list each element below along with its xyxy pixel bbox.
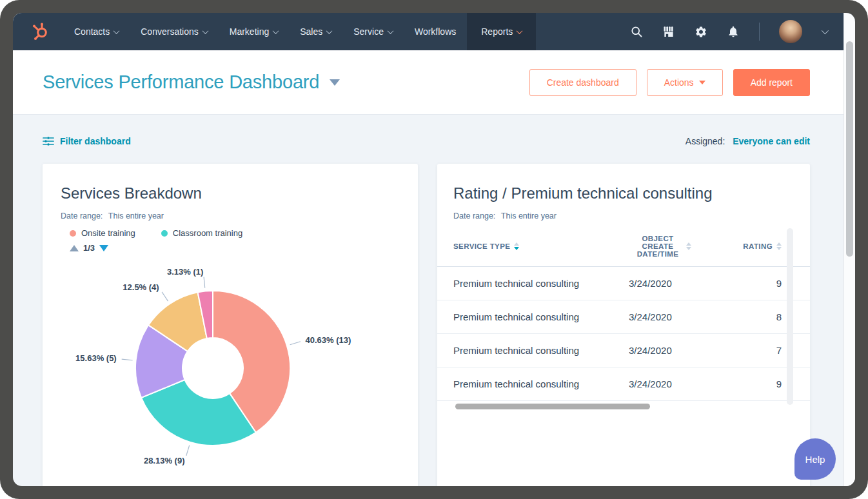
nav-item-reports[interactable]: Reports	[467, 13, 536, 50]
services-breakdown-card: Services Breakdown Date range: This enti…	[43, 164, 418, 486]
legend-page-up-icon[interactable]	[70, 245, 79, 251]
chevron-down-icon	[387, 28, 393, 34]
column-header-label: RATING	[743, 242, 773, 250]
page-scrollbar	[843, 13, 855, 486]
slice-connector	[290, 342, 301, 345]
date-range-value: This entire year	[501, 211, 557, 220]
chart-legend: Onsite training Classroom training	[61, 228, 400, 238]
date-range-label: Date range:	[453, 211, 495, 220]
column-header-service-type[interactable]: SERVICE TYPE	[453, 242, 614, 250]
hubspot-logo[interactable]	[30, 13, 50, 50]
chevron-down-icon	[326, 28, 333, 34]
legend-dot	[161, 230, 168, 237]
date-range-value: This entire year	[108, 211, 164, 220]
nav-item-service[interactable]: Service	[342, 13, 404, 50]
table-header-row: SERVICE TYPE OBJECT CREATE DATE/TIME RAT…	[437, 226, 810, 267]
slice-connector	[204, 277, 205, 288]
header-buttons: Create dashboard Actions Add report	[529, 69, 810, 96]
page-scrollbar-thumb[interactable]	[846, 41, 853, 257]
services-breakdown-donut-chart[interactable]: 40.63% (13)28.13% (9)15.63% (5)12.5% (4)…	[61, 257, 400, 486]
column-header-rating[interactable]: RATING	[711, 242, 782, 250]
table-vertical-scrollbar[interactable]	[787, 228, 793, 405]
cell-service-type: Premium technical consulting	[453, 378, 614, 389]
legend-page-indicator: 1/3	[83, 243, 95, 253]
create-dashboard-button[interactable]: Create dashboard	[529, 69, 636, 96]
donut-chart-area: 40.63% (13)28.13% (9)15.63% (5)12.5% (4)…	[61, 257, 400, 486]
chevron-down-icon	[273, 28, 279, 34]
cell-create-date: 3/24/2020	[614, 278, 711, 289]
filter-dashboard-label: Filter dashboard	[60, 136, 131, 146]
app-screen: Contacts Conversations Marketing Sales S…	[13, 13, 855, 486]
sort-icons[interactable]	[514, 242, 519, 250]
legend-label: Onsite training	[81, 228, 135, 238]
column-header-label: OBJECT CREATE DATE/TIME	[633, 235, 682, 258]
slice-label: 3.13% (1)	[167, 267, 203, 277]
legend-dot	[70, 230, 76, 237]
user-avatar[interactable]	[779, 20, 802, 43]
marketplace-icon[interactable]	[662, 25, 675, 38]
chevron-down-icon	[517, 28, 523, 34]
chevron-down-icon	[202, 28, 208, 34]
button-label: Add report	[751, 77, 793, 88]
column-header-object-create-datetime[interactable]: OBJECT CREATE DATE/TIME	[614, 235, 711, 258]
caret-down-icon	[699, 81, 705, 84]
nav-item-workflows[interactable]: Workflows	[404, 13, 467, 50]
sort-asc-icon	[514, 242, 519, 246]
nav-right	[630, 13, 827, 50]
rating-table: SERVICE TYPE OBJECT CREATE DATE/TIME RAT…	[437, 226, 810, 411]
dashboard-toolbar: Filter dashboard Assigned: Everyone can …	[43, 134, 810, 148]
cell-create-date: 3/24/2020	[614, 345, 711, 356]
cell-rating: 8	[711, 311, 782, 322]
assigned-value-link[interactable]: Everyone can edit	[733, 136, 810, 146]
window-frame: Contacts Conversations Marketing Sales S…	[0, 0, 868, 499]
top-nav: Contacts Conversations Marketing Sales S…	[13, 13, 855, 50]
settings-icon[interactable]	[695, 25, 707, 38]
button-label: Actions	[664, 77, 694, 88]
table-row[interactable]: Premium technical consulting 3/24/2020 9	[437, 267, 810, 300]
card-title: Services Breakdown	[61, 184, 400, 202]
nav-item-label: Reports	[481, 26, 513, 37]
search-icon[interactable]	[630, 25, 643, 38]
sort-asc-icon	[686, 242, 691, 246]
slice-connector	[162, 292, 168, 301]
sort-desc-icon	[514, 247, 519, 250]
column-header-label: SERVICE TYPE	[453, 242, 510, 250]
legend-item-classroom-training[interactable]: Classroom training	[161, 228, 242, 238]
slice-connector	[186, 445, 190, 456]
cell-rating: 9	[711, 378, 782, 389]
slice-connector	[122, 359, 133, 360]
add-report-button[interactable]: Add report	[733, 69, 810, 96]
slice-label: 12.5% (4)	[123, 282, 159, 292]
horizontal-scrollbar-thumb[interactable]	[455, 404, 650, 409]
chevron-down-icon[interactable]	[822, 27, 829, 34]
table-row[interactable]: Premium technical consulting 3/24/2020 8	[437, 300, 810, 334]
date-range-label: Date range:	[61, 211, 103, 220]
filter-dashboard-link[interactable]: Filter dashboard	[43, 136, 131, 146]
sort-icons[interactable]	[686, 242, 691, 250]
nav-item-label: Conversations	[141, 26, 199, 37]
nav-item-sales[interactable]: Sales	[289, 13, 342, 50]
table-row[interactable]: Premium technical consulting 3/24/2020 9	[437, 367, 810, 401]
assigned-status: Assigned: Everyone can edit	[686, 136, 810, 146]
legend-item-onsite-training[interactable]: Onsite training	[70, 228, 135, 238]
actions-button[interactable]: Actions	[647, 69, 723, 96]
slice-label: 15.63% (5)	[75, 353, 117, 363]
legend-page-down-icon[interactable]	[99, 245, 108, 251]
page-header: Services Performance Dashboard Create da…	[13, 50, 855, 115]
nav-divider	[759, 23, 760, 41]
assigned-label: Assigned:	[686, 136, 725, 146]
dashboard-selector-caret-icon[interactable]	[330, 79, 340, 86]
help-button[interactable]: Help	[794, 438, 836, 480]
sort-icons[interactable]	[776, 242, 782, 250]
nav-item-contacts[interactable]: Contacts	[63, 13, 130, 50]
nav-item-marketing[interactable]: Marketing	[219, 13, 289, 50]
filter-sliders-icon	[43, 136, 54, 146]
nav-item-conversations[interactable]: Conversations	[130, 13, 219, 50]
legend-label: Classroom training	[173, 228, 242, 238]
notifications-icon[interactable]	[727, 25, 740, 38]
nav-left: Contacts Conversations Marketing Sales S…	[30, 13, 536, 50]
slice-label: 40.63% (13)	[306, 335, 351, 345]
table-row[interactable]: Premium technical consulting 3/24/2020 7	[437, 334, 810, 367]
nav-item-label: Contacts	[74, 26, 110, 37]
cell-rating: 9	[711, 278, 782, 289]
